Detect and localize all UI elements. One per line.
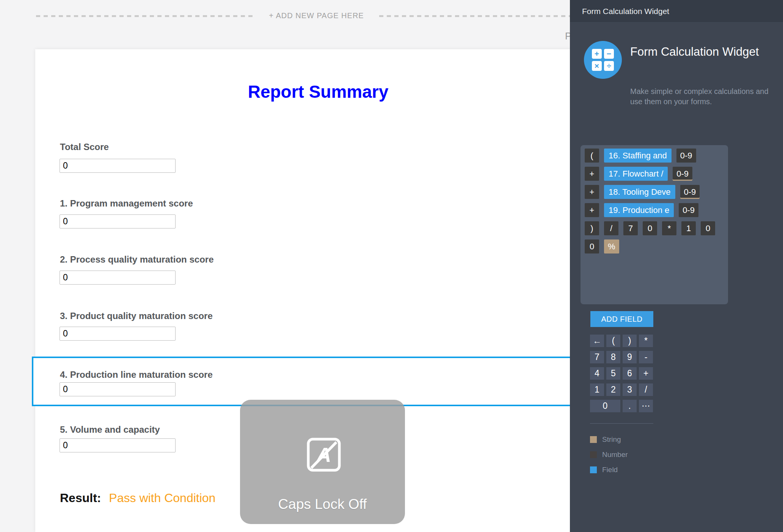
formula-token[interactable]: % <box>604 239 619 253</box>
formula-token[interactable]: 0-9 <box>680 185 700 199</box>
legend-swatch-number <box>590 451 597 458</box>
field-label-process-quality: 2. Process quality maturation score <box>60 254 213 265</box>
widget-description: Make simple or complex calculations and … <box>630 86 782 107</box>
formula-token[interactable]: / <box>604 221 618 235</box>
caps-lock-off-icon: A <box>306 437 342 473</box>
result-label: Result: <box>60 491 101 505</box>
formula-token[interactable]: 19. Production e <box>604 203 674 217</box>
widget-title: Form Calculation Widget <box>630 42 761 61</box>
key-8[interactable]: 8 <box>606 351 620 363</box>
add-new-page-button[interactable]: + ADD NEW PAGE HERE <box>255 11 378 20</box>
key-close-paren[interactable]: ) <box>623 335 637 347</box>
key-5[interactable]: 5 <box>606 367 620 380</box>
formula-token[interactable]: 0 <box>585 239 599 253</box>
caps-lock-status-text: Caps Lock Off <box>240 496 405 512</box>
legend-item-number: Number <box>590 447 628 462</box>
formula-token[interactable]: ( <box>585 149 599 163</box>
app-root: + ADD NEW PAGE HERE P Report Summary Tot… <box>0 0 783 532</box>
field-input-process-quality[interactable] <box>60 271 176 285</box>
legend-label: Field <box>602 466 618 474</box>
panel-header-title: Form Calculation Widget <box>570 0 783 23</box>
key-9[interactable]: 9 <box>623 351 637 363</box>
key-7[interactable]: 7 <box>590 351 604 363</box>
caps-lock-overlay: A Caps Lock Off <box>240 400 405 524</box>
field-label-product-quality: 3. Product quality maturation score <box>60 311 213 321</box>
formula-token[interactable]: ) <box>585 221 599 235</box>
calculator-icon-symbol: ÷ <box>604 61 614 71</box>
page-break-dash-right <box>379 15 570 17</box>
add-field-button[interactable]: ADD FIELD <box>590 311 653 327</box>
key-more[interactable]: ⋯ <box>639 400 653 412</box>
formula-token[interactable]: 16. Staffing and <box>604 149 672 163</box>
calculator-keypad: ←()*789-456+123/0.⋯ <box>590 335 653 412</box>
formula-token[interactable]: 0-9 <box>679 203 698 217</box>
formula-token[interactable]: * <box>662 221 676 235</box>
formula-token[interactable]: 0 <box>643 221 657 235</box>
calculator-icon: +−×÷ <box>584 41 622 79</box>
legend-swatch-field <box>590 466 597 473</box>
selected-field-outline[interactable] <box>32 357 575 406</box>
calculator-icon-symbol: − <box>604 49 614 59</box>
key-4[interactable]: 4 <box>590 367 604 380</box>
widget-settings-panel: Form Calculation Widget +−×÷ Form Calcul… <box>570 0 783 532</box>
form-title[interactable]: Report Summary <box>35 81 601 102</box>
key-2[interactable]: 2 <box>606 383 620 396</box>
formula-token[interactable]: 7 <box>623 221 638 235</box>
key-dot[interactable]: . <box>623 400 637 412</box>
legend-item-string: String <box>590 432 628 447</box>
key-0[interactable]: 0 <box>590 400 620 412</box>
calculator-icon-symbol: + <box>592 49 602 59</box>
legend-swatch-string <box>590 436 597 443</box>
legend-label: Number <box>602 451 628 459</box>
key-divide[interactable]: / <box>639 383 653 396</box>
calculator-icon-symbol: × <box>592 61 602 71</box>
key-backspace[interactable]: ← <box>590 335 604 347</box>
formula-token[interactable]: 1 <box>681 221 696 235</box>
formula-editor[interactable]: (16. Staffing and0-9+17. Flowchart /0-9+… <box>581 145 728 304</box>
field-input-production-line[interactable] <box>60 382 176 396</box>
field-input-program-management[interactable] <box>60 214 176 228</box>
field-input-total-score[interactable] <box>60 159 176 173</box>
field-label-program-management: 1. Program management score <box>60 198 193 209</box>
keypad-divider <box>590 423 653 424</box>
formula-token[interactable]: + <box>585 185 599 199</box>
legend-label: String <box>602 435 621 444</box>
field-label-production-line: 4. Production line maturation score <box>60 369 213 380</box>
legend-item-field: Field <box>590 462 628 477</box>
formula-token[interactable]: + <box>585 167 599 181</box>
key-3[interactable]: 3 <box>623 383 637 396</box>
key-multiply[interactable]: * <box>639 335 653 347</box>
field-input-product-quality[interactable] <box>60 327 176 341</box>
key-minus[interactable]: - <box>639 351 653 363</box>
field-input-volume-capacity[interactable] <box>60 438 176 452</box>
field-label-volume-capacity: 5. Volume and capacity <box>60 424 160 435</box>
formula-token[interactable]: 17. Flowchart / <box>604 167 668 181</box>
page-break-dash-left <box>36 15 255 17</box>
token-type-legend: StringNumberField <box>590 432 628 477</box>
field-label-total-score: Total Score <box>60 142 109 152</box>
formula-token[interactable]: 18. Tooling Deve <box>604 185 675 199</box>
key-1[interactable]: 1 <box>590 383 604 396</box>
key-6[interactable]: 6 <box>623 367 637 380</box>
key-open-paren[interactable]: ( <box>606 335 620 347</box>
formula-token[interactable]: 0 <box>701 221 715 235</box>
result-value: Pass with Condition <box>109 491 215 505</box>
formula-token[interactable]: + <box>585 203 599 217</box>
formula-token[interactable]: 0-9 <box>673 167 692 181</box>
formula-token[interactable]: 0-9 <box>676 149 696 163</box>
key-plus[interactable]: + <box>639 367 653 380</box>
result-line: Result: Pass with Condition <box>60 491 215 505</box>
